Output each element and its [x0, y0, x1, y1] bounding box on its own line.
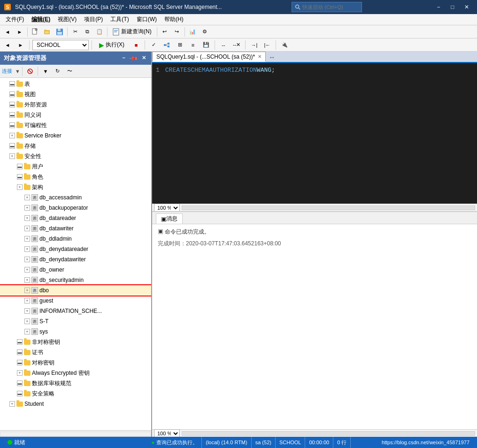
tab-pin-button[interactable]: ↔ — [266, 53, 278, 62]
tree-item[interactable]: ▬用户 — [0, 161, 151, 172]
expand-icon[interactable]: ▬ — [9, 91, 15, 97]
tb-parse-button[interactable]: ✓ — [148, 39, 159, 51]
expand-icon[interactable]: ▬ — [17, 174, 23, 180]
tree-item[interactable]: +安全性 — [0, 151, 151, 161]
tb-display-plan-button[interactable] — [161, 39, 172, 51]
tb-open-button[interactable] — [42, 26, 53, 38]
menu-file[interactable]: 文件(F) — [2, 15, 28, 25]
tb-connection-button[interactable]: 🔌 — [279, 39, 290, 51]
expand-icon[interactable]: ▬ — [9, 122, 15, 128]
tree-item[interactable]: +囲db_datareader — [0, 213, 151, 223]
expand-icon[interactable]: + — [24, 267, 30, 273]
expand-icon[interactable]: ▬ — [9, 143, 15, 149]
tb-results-text-button[interactable]: ≡ — [187, 39, 199, 51]
tree-item[interactable]: +囲db_ddladmin — [0, 234, 151, 244]
tree-item[interactable]: ▬同义词 — [0, 110, 151, 120]
tb-forward-button[interactable]: ► — [14, 26, 25, 38]
quick-launch-input[interactable] — [302, 4, 359, 10]
new-query-button[interactable]: 新建查询(N) — [109, 26, 155, 37]
expand-icon[interactable]: ▬ — [17, 349, 23, 355]
close-button[interactable]: ✕ — [460, 2, 473, 12]
query-tab-close[interactable]: ✕ — [258, 54, 262, 59]
oe-filter-button[interactable]: ▼ — [40, 66, 51, 77]
expand-icon[interactable]: ▬ — [17, 339, 23, 345]
tb-comment-button[interactable]: -- — [218, 39, 229, 51]
oe-connect-button[interactable]: 连接 — [2, 68, 12, 75]
expand-icon[interactable]: ▬ — [9, 112, 15, 118]
tree-item[interactable]: ▬可编程性 — [0, 120, 151, 130]
tb-report-button[interactable]: 📊 — [187, 26, 198, 38]
tb-new-file-button[interactable] — [30, 26, 41, 38]
expand-icon[interactable]: ▬ — [17, 391, 23, 396]
minimize-button[interactable]: − — [432, 2, 445, 12]
menu-window[interactable]: 窗口(W) — [133, 15, 161, 25]
tb-back-button[interactable]: ◄ — [2, 26, 13, 38]
expand-icon[interactable]: + — [24, 308, 30, 314]
tree-item[interactable]: +囲db_datawriter — [0, 223, 151, 234]
expand-icon[interactable]: + — [24, 298, 30, 304]
tb-indent-button[interactable]: →| — [248, 39, 260, 51]
expand-icon[interactable]: ▬ — [9, 81, 15, 87]
tree-item[interactable]: +囲INFORMATION_SCHE... — [0, 306, 151, 316]
tree-item[interactable]: +囲db_securityadmin — [0, 275, 151, 285]
tb-redo-button[interactable]: ↪ — [171, 26, 183, 38]
query-editor[interactable]: 1 CREATE SCHEMA AUTHORIZATION WANG ; — [152, 63, 477, 204]
tree-item[interactable]: +囲db_accessadmin — [0, 192, 151, 203]
tree-item[interactable]: ▬证书 — [0, 347, 151, 357]
tb-forward2[interactable]: ► — [15, 39, 26, 51]
tree-item[interactable]: ▬安全策略 — [0, 388, 151, 399]
tb-results-grid-button[interactable]: ⊞ — [174, 39, 185, 51]
expand-icon[interactable]: + — [9, 153, 15, 159]
tree-item[interactable]: +囲db_backupoperator — [0, 203, 151, 213]
oe-horizontal-scrollbar[interactable] — [0, 430, 151, 437]
tree-item[interactable]: +囲S-T — [0, 316, 151, 327]
menu-project[interactable]: 项目(P) — [80, 15, 107, 25]
expand-icon[interactable]: + — [24, 329, 30, 334]
tree-item[interactable]: +囲guest — [0, 296, 151, 306]
oe-refresh-button[interactable]: ↻ — [52, 66, 63, 77]
menu-help[interactable]: 帮助(H) — [161, 15, 187, 25]
tree-item[interactable]: +Student — [0, 399, 151, 409]
tb-results-file-button[interactable]: 💾 — [200, 39, 212, 51]
oe-float-button[interactable]: 📌 — [129, 54, 138, 62]
database-selector[interactable]: SCHOOL — [32, 40, 89, 50]
tree-item[interactable]: +Always Encrypted 密钥 — [0, 368, 151, 378]
tree-item[interactable]: +囲dbo — [0, 285, 151, 296]
tree-item[interactable]: ▬对称密钥 — [0, 357, 151, 368]
oe-tree[interactable]: ▬表▬视图▬外部资源▬同义词▬可编程性+Service Broker▬存储+安全… — [0, 78, 151, 430]
oe-activity-button[interactable]: 〜 — [64, 66, 76, 77]
quick-launch[interactable] — [292, 2, 362, 12]
tree-item[interactable]: +囲db_owner — [0, 265, 151, 275]
expand-icon[interactable]: + — [17, 184, 23, 190]
expand-icon[interactable]: ▬ — [17, 164, 23, 169]
menu-tools[interactable]: 工具(T) — [107, 15, 132, 25]
expand-icon[interactable]: + — [24, 215, 30, 221]
tb-cut-button[interactable]: ✂ — [69, 26, 81, 38]
oe-connect-dropdown[interactable]: ▼ — [15, 68, 20, 74]
oe-disconnect-button[interactable] — [24, 66, 36, 77]
tb-outdent-button[interactable]: |← — [262, 39, 273, 51]
tb-copy-button[interactable]: ⧉ — [82, 26, 93, 38]
tb-stop-button[interactable]: ■ — [131, 39, 142, 51]
oe-close-button[interactable]: ✕ — [140, 54, 147, 62]
tree-item[interactable]: ▬角色 — [0, 172, 151, 182]
tb-paste-button[interactable]: 📋 — [94, 26, 105, 38]
query-hscrollbar[interactable] — [182, 205, 475, 210]
expand-icon[interactable]: + — [9, 133, 15, 138]
oe-pin-button[interactable]: − — [121, 54, 127, 62]
expand-icon[interactable]: + — [24, 246, 30, 252]
results-hscrollbar[interactable] — [182, 431, 475, 436]
tb-undo-button[interactable]: ↩ — [159, 26, 170, 38]
expand-icon[interactable]: + — [17, 370, 23, 376]
expand-icon[interactable]: + — [24, 288, 30, 293]
menu-view[interactable]: 视图(V) — [54, 15, 80, 25]
maximize-button[interactable]: □ — [446, 2, 459, 12]
expand-icon[interactable]: ▬ — [17, 360, 23, 365]
expand-icon[interactable]: + — [24, 257, 30, 262]
expand-icon[interactable]: + — [24, 277, 30, 283]
expand-icon[interactable]: + — [24, 195, 30, 200]
tree-item[interactable]: +架构 — [0, 182, 151, 192]
menu-edit[interactable]: 编辑(E) — [28, 15, 54, 25]
expand-icon[interactable]: + — [24, 205, 30, 211]
query-zoom-selector[interactable]: 100 % — [154, 204, 180, 212]
